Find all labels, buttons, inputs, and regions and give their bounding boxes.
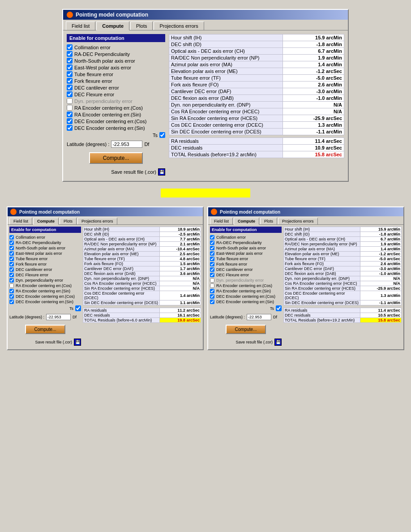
br-pv-7: 2.6 arcMin — [360, 262, 401, 266]
br-cb-10-label: RA Encoder centering err.(Sin) — [216, 289, 271, 293]
param-value-10: N/A — [283, 102, 344, 108]
bl-ts-checkbox[interactable] — [75, 305, 81, 311]
table-row: DEC flexion axis error (DAB)-1.0 arcMin — [284, 271, 402, 276]
br-cb-8-input[interactable] — [210, 278, 214, 283]
bl-cb-4-input[interactable] — [9, 257, 14, 261]
br-tab-proj[interactable]: Projections errors — [278, 218, 318, 224]
br-pv-13: 1.3 arcMin — [360, 291, 401, 300]
bl-tab-plots[interactable]: Plots — [60, 218, 77, 224]
compute-button[interactable]: Compute... — [89, 152, 143, 164]
br-cb-1-input[interactable] — [210, 240, 214, 245]
br-tab-plots[interactable]: Plots — [260, 218, 277, 224]
br-cb-4-input[interactable] — [210, 257, 214, 261]
bl-cb-2-input[interactable] — [9, 246, 14, 250]
bl-cb-5-input[interactable] — [9, 262, 14, 266]
bl-cb-5: Fork flexure error — [9, 262, 81, 267]
ra-residuals-label: RA residuals — [169, 138, 283, 145]
bl-cb-8-input[interactable] — [9, 278, 14, 283]
br-cb-0-input[interactable] — [210, 235, 214, 240]
br-cb-11-input[interactable] — [210, 294, 214, 299]
br-cb-10-input[interactable] — [210, 289, 214, 293]
br-df-label: Df — [273, 315, 277, 319]
br-cb-0-label: Collimation error — [216, 235, 246, 240]
cb-collimation-input[interactable] — [67, 44, 73, 50]
br-ts-checkbox[interactable] — [276, 305, 282, 311]
cb-ra-dec-input[interactable] — [67, 51, 73, 57]
tab-plots[interactable]: Plots — [130, 21, 153, 30]
bl-pv-6: 4.8 arcSec — [159, 257, 201, 262]
bl-cb-11-input[interactable] — [9, 294, 14, 299]
br-cb-0: Collimation error — [210, 235, 282, 240]
bl-cb-10-input[interactable] — [9, 289, 14, 293]
bl-left-panel: Enable for computation Collimation error… — [9, 227, 81, 348]
table-row-ra-res-br: RA residuals11.4 arcSec — [284, 308, 402, 313]
bl-cb-7-input[interactable] — [9, 273, 14, 277]
bl-cb-12-input[interactable] — [9, 300, 14, 304]
cb-fork-flex-input[interactable] — [67, 78, 73, 84]
tab-field-list[interactable]: Field list — [66, 21, 95, 30]
br-cb-7-input[interactable] — [210, 273, 214, 277]
cb-dec-enc-sin-label: DEC Encoder centering err.(Sin) — [74, 125, 145, 131]
br-pv-1: -1.8 arcMin — [360, 232, 401, 237]
br-compute-button[interactable]: Compute... — [226, 325, 266, 334]
bl-cb-3-input[interactable] — [9, 251, 14, 256]
bl-latitude-input[interactable] — [46, 314, 71, 320]
cb-ra-enc-sin-input[interactable] — [67, 112, 73, 117]
br-cb-5-input[interactable] — [210, 262, 214, 266]
cb-dec-cant-input[interactable] — [67, 85, 73, 90]
cb-ew-polar-input[interactable] — [67, 64, 73, 70]
bl-pv-0: 18.9 arcMin — [159, 227, 201, 232]
param-value-8: -3.0 arcMin — [283, 88, 344, 95]
br-cb-6-input[interactable] — [210, 267, 214, 272]
ts-checkbox[interactable] — [159, 132, 165, 138]
br-tab-compute[interactable]: Compute — [234, 218, 259, 225]
br-save-icon[interactable]: 💾 — [274, 339, 282, 346]
latitude-input[interactable] — [111, 141, 142, 148]
br-latitude-input[interactable] — [247, 314, 271, 320]
bl-compute-button[interactable]: Compute... — [25, 325, 65, 334]
br-cb-9-input[interactable] — [210, 283, 214, 288]
bl-cb-9-input[interactable] — [9, 283, 14, 288]
save-label: Save result file (.cor) — [111, 169, 156, 175]
table-row: Sin RA Encoder centering error (HCES)N/A — [83, 286, 201, 291]
br-cb-7-label: DEC Flexure error — [216, 273, 249, 277]
bl-tab-field-list[interactable]: Field list — [9, 218, 32, 224]
cb-ns-polar-input[interactable] — [67, 58, 73, 64]
tab-compute[interactable]: Compute — [96, 21, 129, 30]
cb-ew-polar-label: East-West polar axis error — [74, 65, 131, 70]
bl-tab-compute[interactable]: Compute — [33, 218, 59, 225]
tab-projections-errors[interactable]: Projections errors — [154, 21, 204, 30]
bottom-left-titlebar: Pointing model computation — [8, 207, 203, 216]
cb-tube-flex-input[interactable] — [67, 71, 73, 77]
cb-ra-enc-cos-input[interactable] — [67, 105, 73, 111]
cb-dec-flex-input[interactable] — [67, 91, 73, 97]
bl-pv-11: N/A — [159, 281, 201, 286]
cb-dec-enc-cos-input[interactable] — [67, 118, 73, 124]
param-value-4: 1.4 arcMin — [283, 61, 344, 68]
bl-cb-1-input[interactable] — [9, 240, 14, 245]
bl-ts-row: Ts — [9, 305, 81, 312]
br-cb-11: DEC Encoder centering err.(Cos) — [210, 294, 282, 299]
bl-cb-11-label: DEC Encoder centering err.(Cos) — [16, 294, 75, 299]
cb-dyn-perp-input[interactable] — [67, 98, 73, 104]
cb-dec-enc-sin-input[interactable] — [67, 125, 73, 131]
bl-cb-0-input[interactable] — [9, 235, 14, 240]
table-row: Dyn. non perpendicularity err. (DNP) N/A — [169, 102, 344, 108]
top-tab-bar: Field list Compute Plots Projections err… — [63, 20, 348, 30]
save-icon[interactable]: 💾 — [158, 168, 165, 176]
bl-pl-8: Cantilever DEC error (DAF) — [83, 266, 160, 271]
bl-cb-6-input[interactable] — [9, 267, 14, 272]
cb-tube-flex: Tube flexure error — [67, 71, 165, 77]
br-cb-12-input[interactable] — [210, 300, 214, 304]
bl-dec-res-value: 16.1 arcSec — [159, 313, 201, 318]
br-cb-8-label: Dyn. perpendicularity error — [216, 278, 264, 283]
br-cb-3-input[interactable] — [210, 251, 214, 256]
table-row: Cantilever DEC error (DAF)-3.0 arcMin — [284, 266, 402, 271]
bl-save-icon[interactable]: 💾 — [74, 339, 81, 346]
bl-cb-9: RA Encoder centering err.(Cos) — [9, 283, 81, 288]
br-cb-6-label: DEC cantilever error — [216, 267, 253, 272]
br-tab-field-list[interactable]: Field list — [210, 218, 233, 224]
br-cb-2-input[interactable] — [210, 246, 214, 250]
bl-tab-proj[interactable]: Projections errors — [77, 218, 117, 224]
bottom-left-content: Enable for computation Collimation error… — [8, 225, 203, 349]
